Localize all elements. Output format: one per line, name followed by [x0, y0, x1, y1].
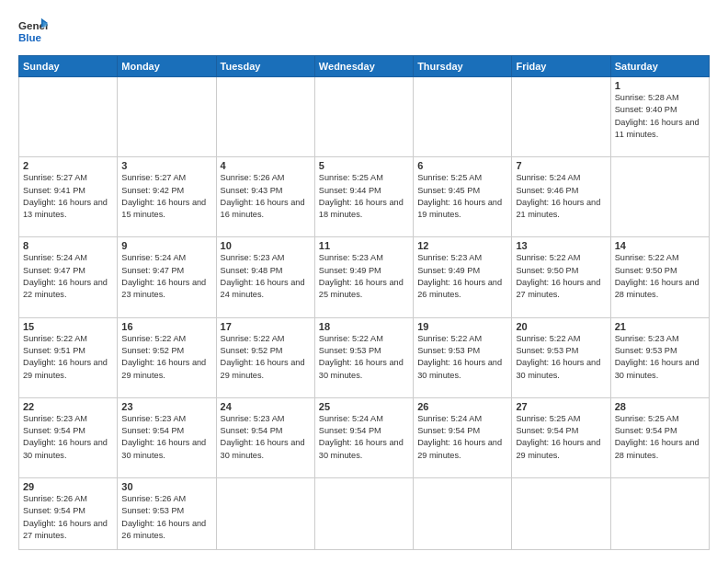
day-number: 10 [221, 240, 311, 251]
day-info: Sunrise: 5:24 AMSunset: 9:46 PMDaylight:… [516, 172, 606, 221]
day-number: 6 [417, 160, 507, 171]
day-number: 7 [516, 160, 606, 171]
day-number: 30 [121, 481, 211, 492]
day-cell-12: 12Sunrise: 5:23 AMSunset: 9:49 PMDayligh… [414, 237, 512, 317]
calendar-table: SundayMondayTuesdayWednesdayThursdayFrid… [18, 55, 710, 550]
day-cell-11: 11Sunrise: 5:23 AMSunset: 9:49 PMDayligh… [314, 237, 413, 317]
day-cell-1: 1Sunrise: 5:28 AMSunset: 9:40 PMDaylight… [610, 77, 709, 157]
day-cell-29: 29Sunrise: 5:26 AMSunset: 9:54 PMDayligh… [19, 477, 118, 549]
day-number: 16 [121, 321, 211, 332]
day-number: 12 [417, 240, 507, 251]
day-cell-28: 28Sunrise: 5:25 AMSunset: 9:54 PMDayligh… [610, 397, 709, 477]
day-info: Sunrise: 5:23 AMSunset: 9:49 PMDaylight:… [417, 252, 507, 301]
day-number: 20 [516, 321, 606, 332]
day-info: Sunrise: 5:23 AMSunset: 9:49 PMDaylight:… [319, 252, 409, 301]
day-info: Sunrise: 5:22 AMSunset: 9:53 PMDaylight:… [516, 333, 606, 382]
day-cell-26: 26Sunrise: 5:24 AMSunset: 9:54 PMDayligh… [414, 397, 512, 477]
header: General Blue [18, 17, 710, 46]
day-number: 23 [121, 401, 211, 412]
day-cell-3: 3Sunrise: 5:27 AMSunset: 9:42 PMDaylight… [118, 157, 216, 237]
day-number: 5 [319, 160, 409, 171]
day-number: 29 [23, 481, 113, 492]
day-cell-30: 30Sunrise: 5:26 AMSunset: 9:53 PMDayligh… [118, 477, 216, 549]
day-info: Sunrise: 5:23 AMSunset: 9:54 PMDaylight:… [23, 413, 113, 462]
day-info: Sunrise: 5:26 AMSunset: 9:43 PMDaylight:… [221, 172, 311, 221]
empty-cell [512, 477, 610, 549]
day-info: Sunrise: 5:22 AMSunset: 9:51 PMDaylight:… [23, 333, 113, 382]
day-cell-2: 2Sunrise: 5:27 AMSunset: 9:41 PMDaylight… [19, 157, 118, 237]
weekday-header-friday: Friday [512, 56, 610, 77]
day-number: 28 [615, 401, 705, 412]
day-cell-7: 7Sunrise: 5:24 AMSunset: 9:46 PMDaylight… [512, 157, 610, 237]
day-info: Sunrise: 5:22 AMSunset: 9:52 PMDaylight:… [121, 333, 211, 382]
day-cell-23: 23Sunrise: 5:23 AMSunset: 9:54 PMDayligh… [118, 397, 216, 477]
day-info: Sunrise: 5:27 AMSunset: 9:42 PMDaylight:… [121, 172, 211, 221]
day-number: 22 [23, 401, 113, 412]
day-info: Sunrise: 5:24 AMSunset: 9:47 PMDaylight:… [23, 252, 113, 301]
day-cell-13: 13Sunrise: 5:22 AMSunset: 9:50 PMDayligh… [512, 237, 610, 317]
day-number: 14 [615, 240, 705, 251]
weekday-header-sunday: Sunday [19, 56, 118, 77]
day-info: Sunrise: 5:28 AMSunset: 9:40 PMDaylight:… [615, 92, 705, 141]
day-cell-18: 18Sunrise: 5:22 AMSunset: 9:53 PMDayligh… [314, 317, 413, 397]
day-cell-9: 9Sunrise: 5:24 AMSunset: 9:47 PMDaylight… [118, 237, 216, 317]
day-cell-22: 22Sunrise: 5:23 AMSunset: 9:54 PMDayligh… [19, 397, 118, 477]
day-cell-10: 10Sunrise: 5:23 AMSunset: 9:48 PMDayligh… [216, 237, 314, 317]
empty-cell [610, 477, 709, 549]
day-info: Sunrise: 5:23 AMSunset: 9:54 PMDaylight:… [221, 413, 311, 462]
day-cell-16: 16Sunrise: 5:22 AMSunset: 9:52 PMDayligh… [118, 317, 216, 397]
day-cell-20: 20Sunrise: 5:22 AMSunset: 9:53 PMDayligh… [512, 317, 610, 397]
day-number: 24 [221, 401, 311, 412]
day-number: 15 [23, 321, 113, 332]
empty-cell [314, 77, 413, 157]
day-number: 2 [23, 160, 113, 171]
day-number: 11 [319, 240, 409, 251]
day-number: 1 [615, 80, 705, 91]
weekday-header-thursday: Thursday [414, 56, 512, 77]
day-info: Sunrise: 5:22 AMSunset: 9:50 PMDaylight:… [516, 252, 606, 301]
day-info: Sunrise: 5:23 AMSunset: 9:48 PMDaylight:… [221, 252, 311, 301]
day-info: Sunrise: 5:24 AMSunset: 9:47 PMDaylight:… [121, 252, 211, 301]
day-info: Sunrise: 5:23 AMSunset: 9:53 PMDaylight:… [615, 333, 705, 382]
day-info: Sunrise: 5:22 AMSunset: 9:53 PMDaylight:… [417, 333, 507, 382]
day-info: Sunrise: 5:22 AMSunset: 9:50 PMDaylight:… [615, 252, 705, 301]
svg-text:Blue: Blue [18, 32, 42, 43]
day-cell-5: 5Sunrise: 5:25 AMSunset: 9:44 PMDaylight… [314, 157, 413, 237]
day-cell-17: 17Sunrise: 5:22 AMSunset: 9:52 PMDayligh… [216, 317, 314, 397]
day-number: 9 [121, 240, 211, 251]
day-number: 21 [615, 321, 705, 332]
day-cell-8: 8Sunrise: 5:24 AMSunset: 9:47 PMDaylight… [19, 237, 118, 317]
day-info: Sunrise: 5:23 AMSunset: 9:54 PMDaylight:… [121, 413, 211, 462]
weekday-header-saturday: Saturday [610, 56, 709, 77]
page: General Blue SundayMondayTuesdayWednesda… [0, 0, 728, 563]
day-cell-27: 27Sunrise: 5:25 AMSunset: 9:54 PMDayligh… [512, 397, 610, 477]
empty-cell [314, 477, 413, 549]
logo-icon: General Blue [18, 17, 48, 46]
day-cell-21: 21Sunrise: 5:23 AMSunset: 9:53 PMDayligh… [610, 317, 709, 397]
empty-cell [216, 477, 314, 549]
empty-cell [216, 77, 314, 157]
day-number: 18 [319, 321, 409, 332]
day-number: 13 [516, 240, 606, 251]
weekday-header-tuesday: Tuesday [216, 56, 314, 77]
day-cell-15: 15Sunrise: 5:22 AMSunset: 9:51 PMDayligh… [19, 317, 118, 397]
day-info: Sunrise: 5:25 AMSunset: 9:54 PMDaylight:… [615, 413, 705, 462]
day-info: Sunrise: 5:25 AMSunset: 9:54 PMDaylight:… [516, 413, 606, 462]
day-info: Sunrise: 5:24 AMSunset: 9:54 PMDaylight:… [417, 413, 507, 462]
empty-cell [512, 77, 610, 157]
day-info: Sunrise: 5:26 AMSunset: 9:53 PMDaylight:… [121, 493, 211, 542]
empty-cell [118, 77, 216, 157]
day-info: Sunrise: 5:25 AMSunset: 9:44 PMDaylight:… [319, 172, 409, 221]
logo: General Blue [18, 17, 48, 46]
weekday-header-monday: Monday [118, 56, 216, 77]
day-number: 3 [121, 160, 211, 171]
day-cell-19: 19Sunrise: 5:22 AMSunset: 9:53 PMDayligh… [414, 317, 512, 397]
day-info: Sunrise: 5:22 AMSunset: 9:53 PMDaylight:… [319, 333, 409, 382]
day-info: Sunrise: 5:24 AMSunset: 9:54 PMDaylight:… [319, 413, 409, 462]
empty-cell [19, 77, 118, 157]
day-number: 4 [221, 160, 311, 171]
weekday-header-wednesday: Wednesday [314, 56, 413, 77]
day-info: Sunrise: 5:25 AMSunset: 9:45 PMDaylight:… [417, 172, 507, 221]
day-cell-4: 4Sunrise: 5:26 AMSunset: 9:43 PMDaylight… [216, 157, 314, 237]
empty-cell [414, 477, 512, 549]
